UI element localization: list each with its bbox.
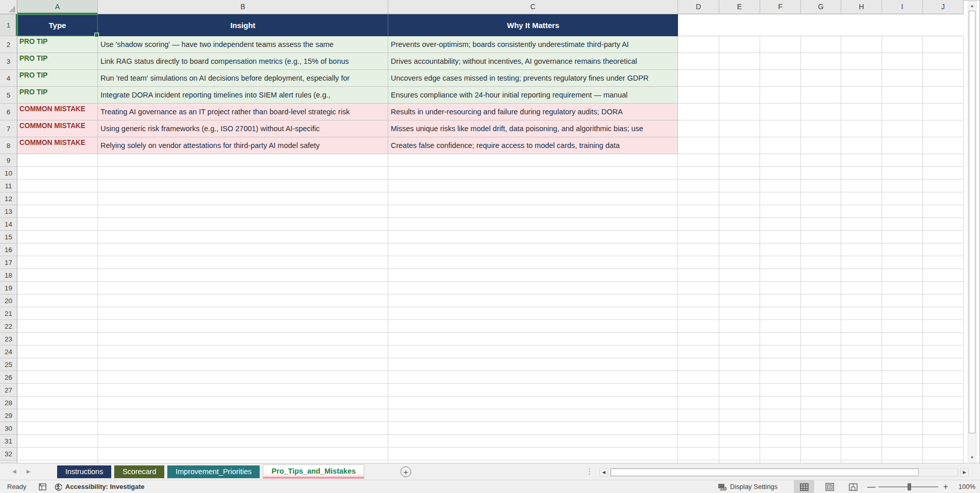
cell-G30[interactable] bbox=[801, 422, 841, 435]
cell-B8[interactable]: Relying solely on vendor attestations fo… bbox=[98, 137, 388, 154]
row-header-14[interactable]: 14 bbox=[0, 218, 17, 231]
cell-B5[interactable]: Integrate DORA incident reporting timeli… bbox=[98, 87, 388, 104]
horizontal-scrollbar[interactable] bbox=[610, 468, 958, 477]
cell-E1[interactable] bbox=[719, 14, 760, 36]
cell-C26[interactable] bbox=[388, 371, 678, 384]
cell-I25[interactable] bbox=[882, 358, 923, 371]
column-header-F[interactable]: F bbox=[760, 0, 801, 14]
cell-A10[interactable] bbox=[17, 167, 98, 180]
cell-G18[interactable] bbox=[801, 269, 841, 282]
cell-F13[interactable] bbox=[760, 205, 801, 218]
cell-A17[interactable] bbox=[17, 256, 98, 269]
cell-J14[interactable] bbox=[923, 218, 964, 231]
cell-I27[interactable] bbox=[882, 384, 923, 397]
cell-A18[interactable] bbox=[17, 269, 98, 282]
cell-F21[interactable] bbox=[760, 307, 801, 320]
cell-H9[interactable] bbox=[841, 154, 882, 167]
row-header-20[interactable]: 20 bbox=[0, 294, 17, 307]
cell-G5[interactable] bbox=[801, 87, 841, 104]
cell-D5[interactable] bbox=[678, 87, 719, 104]
row-header-26[interactable]: 26 bbox=[0, 371, 17, 384]
cell-J3[interactable] bbox=[923, 53, 964, 70]
cell-B32[interactable] bbox=[98, 448, 388, 460]
cell-J30[interactable] bbox=[923, 422, 964, 435]
select-all-button[interactable] bbox=[0, 0, 17, 14]
cell-F16[interactable] bbox=[760, 243, 801, 256]
cell-I23[interactable] bbox=[882, 333, 923, 346]
cell-D14[interactable] bbox=[678, 218, 719, 231]
cell-B1[interactable]: Insight bbox=[98, 14, 388, 36]
cell-A1[interactable]: Type bbox=[17, 14, 98, 36]
cell-E12[interactable] bbox=[719, 192, 760, 205]
cell-D30[interactable] bbox=[678, 422, 719, 435]
cell-H2[interactable] bbox=[841, 36, 882, 53]
cell-C22[interactable] bbox=[388, 320, 678, 333]
cell-I30[interactable] bbox=[882, 422, 923, 435]
cell-A23[interactable] bbox=[17, 333, 98, 346]
cell-I9[interactable] bbox=[882, 154, 923, 167]
cell-C31[interactable] bbox=[388, 435, 678, 448]
cell-H7[interactable] bbox=[841, 120, 882, 137]
row-header-10[interactable]: 10 bbox=[0, 167, 17, 180]
cell-A25[interactable] bbox=[17, 358, 98, 371]
cell-D18[interactable] bbox=[678, 269, 719, 282]
cell-B29[interactable] bbox=[98, 409, 388, 422]
cell-B13[interactable] bbox=[98, 205, 388, 218]
row-header-25[interactable]: 25 bbox=[0, 358, 17, 371]
row-header-23[interactable]: 23 bbox=[0, 333, 17, 346]
column-header-C[interactable]: C bbox=[388, 0, 678, 14]
cell-J18[interactable] bbox=[923, 269, 964, 282]
cell-B11[interactable] bbox=[98, 180, 388, 192]
cell-G6[interactable] bbox=[801, 104, 841, 120]
cell-G10[interactable] bbox=[801, 167, 841, 180]
cell-D20[interactable] bbox=[678, 294, 719, 307]
page-break-preview-button[interactable] bbox=[843, 480, 863, 493]
column-header-B[interactable]: B bbox=[98, 0, 388, 14]
cell-J16[interactable] bbox=[923, 243, 964, 256]
cell-E14[interactable] bbox=[719, 218, 760, 231]
cell-H1[interactable] bbox=[841, 14, 882, 36]
cell-B12[interactable] bbox=[98, 192, 388, 205]
row-header-28[interactable]: 28 bbox=[0, 397, 17, 409]
cell-F7[interactable] bbox=[760, 120, 801, 137]
row-header-15[interactable]: 15 bbox=[0, 231, 17, 243]
cell-A31[interactable] bbox=[17, 435, 98, 448]
scroll-right-icon[interactable]: ▶ bbox=[960, 468, 969, 477]
cell-C11[interactable] bbox=[388, 180, 678, 192]
cell-G26[interactable] bbox=[801, 371, 841, 384]
cell-F15[interactable] bbox=[760, 231, 801, 243]
row-header-29[interactable]: 29 bbox=[0, 409, 17, 422]
row-header-13[interactable]: 13 bbox=[0, 205, 17, 218]
cell-G24[interactable] bbox=[801, 346, 841, 358]
cell-J27[interactable] bbox=[923, 384, 964, 397]
cell-C30[interactable] bbox=[388, 422, 678, 435]
cell-F23[interactable] bbox=[760, 333, 801, 346]
cell-F6[interactable] bbox=[760, 104, 801, 120]
cell-C1[interactable]: Why It Matters bbox=[388, 14, 678, 36]
cell-A20[interactable] bbox=[17, 294, 98, 307]
cell-F19[interactable] bbox=[760, 282, 801, 294]
cell-H10[interactable] bbox=[841, 167, 882, 180]
cell-H24[interactable] bbox=[841, 346, 882, 358]
cell-E20[interactable] bbox=[719, 294, 760, 307]
tab-instructions[interactable]: Instructions bbox=[57, 465, 111, 478]
cell-J22[interactable] bbox=[923, 320, 964, 333]
cell-G23[interactable] bbox=[801, 333, 841, 346]
cell-C13[interactable] bbox=[388, 205, 678, 218]
cell-A24[interactable] bbox=[17, 346, 98, 358]
cell-H8[interactable] bbox=[841, 137, 882, 154]
cell-H23[interactable] bbox=[841, 333, 882, 346]
column-header-J[interactable]: J bbox=[923, 0, 964, 14]
cell-E28[interactable] bbox=[719, 397, 760, 409]
cell-C4[interactable]: Uncovers edge cases missed in testing; p… bbox=[388, 70, 678, 87]
normal-view-button[interactable] bbox=[794, 480, 814, 493]
cell-D2[interactable] bbox=[678, 36, 719, 53]
cell-B19[interactable] bbox=[98, 282, 388, 294]
column-header-D[interactable]: D bbox=[678, 0, 719, 14]
cell-J19[interactable] bbox=[923, 282, 964, 294]
cell-G3[interactable] bbox=[801, 53, 841, 70]
cell-H18[interactable] bbox=[841, 269, 882, 282]
accessibility-icon[interactable] bbox=[54, 483, 63, 493]
cell-C8[interactable]: Creates false confidence; require access… bbox=[388, 137, 678, 154]
cell-B25[interactable] bbox=[98, 358, 388, 371]
